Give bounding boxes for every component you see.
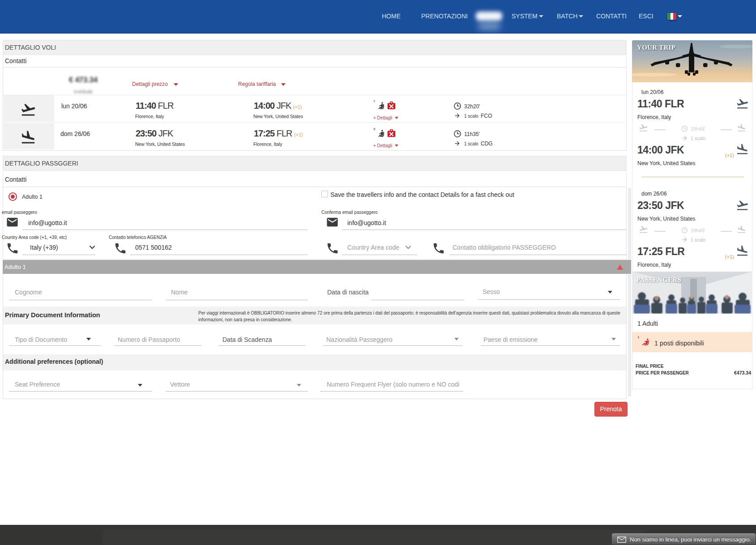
svg-text:YOUR TRIP: YOUR TRIP (637, 44, 675, 51)
svg-text:PASSENGERS: PASSENGERS (636, 276, 681, 283)
